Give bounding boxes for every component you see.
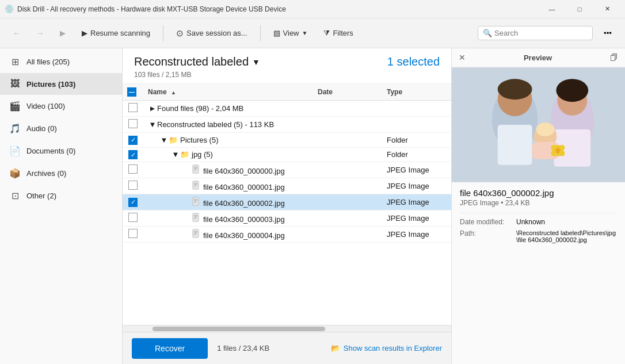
row-name-text: Reconstructed labeled (5) - 113 KB	[157, 120, 274, 129]
back-button[interactable]: ←	[7, 26, 26, 40]
svg-rect-19	[194, 234, 196, 235]
maximize-button[interactable]: □	[566, 0, 593, 18]
recover-info: 1 files / 23,4 KB	[217, 344, 269, 352]
filters-button[interactable]: ⧩ Filters	[318, 26, 359, 41]
svg-rect-2	[194, 168, 197, 169]
row-checkbox[interactable]	[128, 103, 138, 112]
row-date	[313, 147, 382, 162]
sidebar-item-pictures[interactable]: 🖼 Pictures (103)	[0, 73, 122, 95]
row-name: file 640x360_000000.jpg	[143, 162, 313, 178]
preview-image	[452, 67, 625, 182]
main-area: ⊞ All files (205) 🖼 Pictures (103) 🎬 Vid…	[0, 48, 625, 364]
preview-close-button[interactable]: ✕	[459, 53, 466, 62]
sidebar-label-other: Other (2)	[26, 191, 56, 200]
row-name: ▼Reconstructed labeled (5) - 113 KB	[143, 117, 313, 133]
dropdown-icon[interactable]: ▼	[252, 58, 260, 67]
svg-rect-18	[194, 233, 197, 233]
sidebar-item-archives[interactable]: 📦 Archives (0)	[0, 162, 122, 185]
show-scan-link[interactable]: 📂 Show scan results in Explorer	[331, 344, 442, 352]
svg-rect-15	[194, 218, 196, 219]
table-row[interactable]: file 640x360_000001.jpgJPEG Image	[123, 178, 451, 194]
row-checkbox[interactable]	[128, 229, 138, 238]
preview-copy-button[interactable]: 🗍	[610, 53, 618, 62]
header-name-col[interactable]: Name ▲	[143, 84, 313, 101]
close-button[interactable]: ✕	[594, 0, 620, 18]
video-icon: 🎬	[9, 101, 21, 112]
sidebar-item-all-files[interactable]: ⊞ All files (205)	[0, 51, 122, 73]
content-title-text: Reconstructed labeled	[134, 55, 249, 68]
content-title-row: Reconstructed labeled ▼ 1 selected	[134, 55, 440, 68]
save-session-button[interactable]: ⊙ Save session as...	[170, 25, 253, 41]
table-row[interactable]: ▼📁jpg (5)Folder	[123, 147, 451, 162]
file-icon	[192, 215, 201, 224]
row-checkbox[interactable]	[128, 119, 138, 128]
row-name: ►Found files (98) - 2,04 MB	[143, 101, 313, 117]
row-checkbox[interactable]	[128, 181, 138, 190]
row-checkbox[interactable]	[128, 213, 138, 222]
table-row[interactable]: ►Found files (98) - 2,04 MB	[123, 101, 451, 117]
window-controls: — □ ✕	[539, 0, 620, 18]
row-date	[313, 210, 382, 227]
svg-rect-1	[194, 167, 197, 167]
play-button[interactable]: ▶	[54, 26, 71, 40]
date-modified-label: Date modified:	[460, 218, 512, 226]
table-row[interactable]: file 640x360_000004.jpgJPEG Image	[123, 227, 451, 243]
row-checkbox[interactable]	[128, 150, 138, 159]
collapse-icon[interactable]: ▼	[159, 136, 169, 144]
more-options-button[interactable]: •••	[597, 24, 618, 43]
row-checkbox[interactable]	[128, 164, 138, 174]
row-checkbox[interactable]	[128, 198, 138, 207]
row-type	[382, 101, 451, 117]
sidebar-item-documents[interactable]: 📄 Documents (0)	[0, 140, 122, 162]
header-type-col[interactable]: Type	[382, 84, 451, 101]
svg-rect-7	[194, 186, 196, 186]
file-icon	[192, 167, 201, 175]
header-checkbox-col[interactable]	[123, 84, 143, 101]
table-row[interactable]: file 640x360_000000.jpgJPEG Image	[123, 162, 451, 178]
svg-rect-20	[452, 67, 625, 182]
back-icon: ←	[13, 29, 20, 37]
save-icon: ⊙	[176, 28, 184, 39]
header-date-col[interactable]: Date	[313, 84, 382, 101]
row-date	[313, 227, 382, 243]
preview-meta: Date modified: Unknown Path: \Reconstruc…	[460, 218, 617, 243]
scroll-thumb[interactable]	[153, 327, 325, 331]
content-panel: Reconstructed labeled ▼ 1 selected 103 f…	[123, 48, 451, 364]
collapse-icon[interactable]: ▼	[171, 150, 180, 159]
toolbar-separator-2	[260, 25, 261, 41]
svg-point-30	[536, 122, 555, 136]
sidebar-item-audio[interactable]: 🎵 Audio (0)	[0, 117, 122, 140]
preview-panel: ✕ Preview 🗍	[451, 48, 625, 364]
svg-point-28	[556, 79, 588, 102]
header-checkbox[interactable]	[127, 87, 136, 97]
table-row[interactable]: file 640x360_000003.jpgJPEG Image	[123, 210, 451, 227]
resume-scanning-button[interactable]: ▶ Resume scanning	[76, 26, 156, 40]
row-checkbox[interactable]	[128, 136, 138, 145]
row-date	[313, 178, 382, 194]
collapse-icon[interactable]: ▼	[148, 120, 157, 129]
other-icon: ⊡	[9, 190, 21, 201]
row-name-text: Found files (98) - 2,04 MB	[157, 104, 243, 113]
recover-button[interactable]: Recover	[132, 338, 208, 359]
svg-rect-4	[193, 181, 199, 189]
row-name-text: file 640x360_000001.jpg	[203, 183, 285, 191]
content-subtitle: 103 files / 2,15 MB	[134, 71, 440, 79]
table-row[interactable]: file 640x360_000002.jpgJPEG Image	[123, 194, 451, 210]
horizontal-scrollbar[interactable]	[123, 325, 451, 332]
app-title: Disk Drill - All recovery methods - Hard…	[17, 5, 539, 13]
row-date	[313, 194, 382, 210]
expand-icon[interactable]: ►	[148, 104, 157, 113]
view-button[interactable]: ▧ View ▼	[268, 26, 314, 40]
explorer-icon: 📂	[331, 344, 340, 352]
sidebar-item-video[interactable]: 🎬 Video (100)	[0, 95, 122, 117]
sidebar-item-other[interactable]: ⊡ Other (2)	[0, 185, 122, 207]
table-row[interactable]: ▼Reconstructed labeled (5) - 113 KB	[123, 117, 451, 133]
svg-rect-10	[194, 201, 197, 201]
preview-divider	[460, 213, 617, 213]
search-input[interactable]	[494, 29, 588, 37]
minimize-button[interactable]: —	[539, 0, 565, 18]
table-row[interactable]: ▼📁Pictures (5)Folder	[123, 133, 451, 148]
archives-icon: 📦	[9, 168, 21, 179]
svg-point-34	[551, 145, 557, 151]
forward-button[interactable]: →	[31, 26, 49, 40]
